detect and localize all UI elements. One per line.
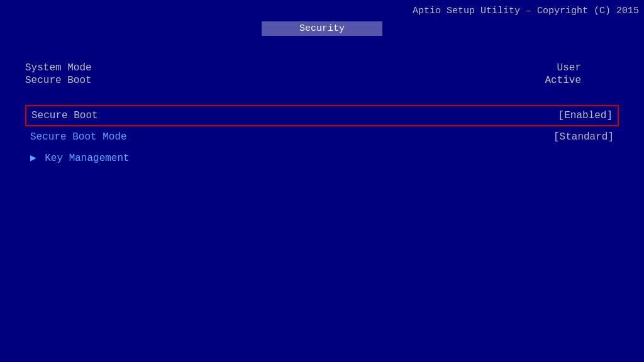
secure-boot-mode-label: Secure Boot Mode [30, 131, 127, 143]
bios-screen: Aptio Setup Utility – Copyright (C) 2015… [0, 0, 644, 362]
main-content: System Mode User Secure Boot Active Secu… [0, 43, 644, 182]
system-mode-value: User [557, 62, 581, 74]
secure-boot-status-label: Secure Boot [25, 75, 92, 86]
tab-row: Security [0, 20, 644, 37]
system-mode-label: System Mode [25, 62, 92, 74]
secure-boot-value: [Enabled] [558, 110, 613, 121]
arrow-icon: ▶ [30, 151, 36, 164]
app-title: Aptio Setup Utility – Copyright (C) 2015 [413, 6, 639, 16]
header-bar: Aptio Setup Utility – Copyright (C) 2015… [0, 0, 644, 37]
key-management-container: ▶ Key Management [30, 151, 130, 164]
secure-boot-label: Secure Boot [31, 110, 98, 121]
info-section: System Mode User Secure Boot Active [25, 62, 619, 86]
info-row-secure-boot-status: Secure Boot Active [25, 75, 619, 86]
secure-boot-setting[interactable]: Secure Boot [Enabled] [25, 105, 619, 126]
key-management-setting[interactable]: ▶ Key Management [25, 148, 619, 168]
active-tab[interactable]: Security [262, 21, 382, 36]
info-row-system-mode: System Mode User [25, 62, 619, 74]
secure-boot-mode-value: [Standard] [553, 131, 614, 143]
secure-boot-status-value: Active [545, 75, 581, 86]
secure-boot-mode-setting[interactable]: Secure Boot Mode [Standard] [25, 128, 619, 146]
title-row: Aptio Setup Utility – Copyright (C) 2015 [0, 3, 644, 20]
settings-section: Secure Boot [Enabled] Secure Boot Mode [… [25, 105, 619, 168]
key-management-label: Key Management [45, 153, 129, 164]
